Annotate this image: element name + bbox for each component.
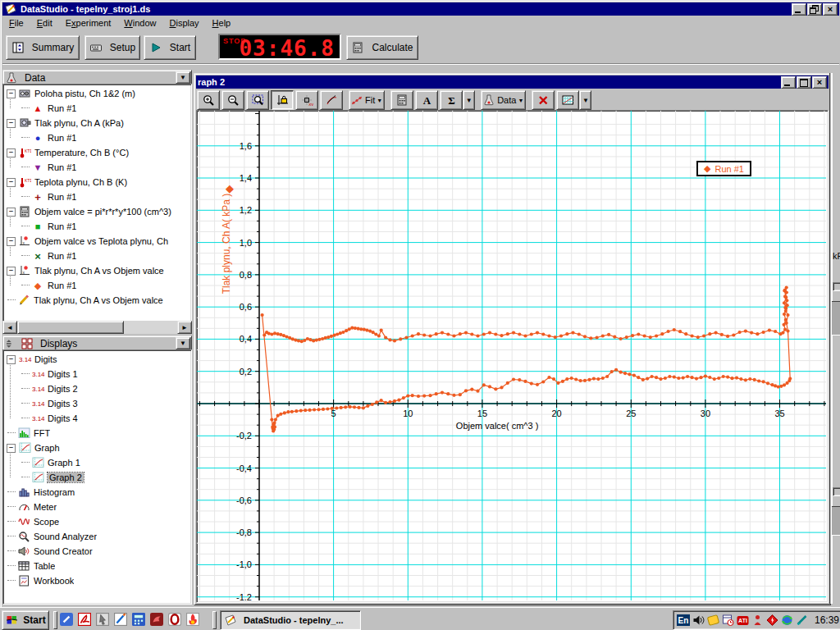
display-item-sound-creator[interactable]: Sound Creator [3,544,191,559]
zoom-in-button[interactable] [197,90,220,110]
menu-item-window[interactable]: Window [117,16,162,30]
dropdown-arrow-icon[interactable]: ▼ [463,90,475,110]
tree-expander-icon[interactable]: − [7,267,16,276]
display-subitem-graph-2[interactable]: Graph 2 [3,470,191,485]
menu-item-edit[interactable]: Edit [30,16,59,30]
graph-close-button[interactable]: × [812,76,827,89]
tray-language-indicator[interactable]: En [677,614,690,626]
graph-maximize-button[interactable] [797,76,811,89]
setup-button[interactable]: Setup [84,35,140,60]
run-item[interactable]: ▼Run #1 [3,160,191,175]
displays-panel-dropdown-icon[interactable]: ▼ [176,337,190,349]
fit-menu-button[interactable]: Fit▼ [349,90,385,110]
graph-minimize-button[interactable] [781,76,796,89]
data-source-item[interactable]: −Tlak plynu, Ch A (kPa) [3,116,191,130]
graph-settings-button[interactable] [556,90,579,110]
graph-titlebar[interactable]: raph 2 × [196,75,829,89]
task-button-datastudio[interactable]: DataStudio - tepelny_... [220,610,361,630]
quicklaunch-dragon-app-icon[interactable] [148,611,165,628]
tree-expander-icon[interactable]: − [7,237,16,246]
data-panel-dropdown-icon[interactable]: ▼ [176,71,190,84]
data-tree-hscrollbar[interactable]: ◄ ► [2,321,192,334]
chart-area[interactable]: 51015202530351,61,41,21,00,80,60,40,2-0,… [196,110,829,603]
data-source-item[interactable]: −KTDTemperature, Ch B (°C) [3,145,191,160]
display-item-fft[interactable]: FFT [3,426,191,441]
close-button[interactable]: × [823,3,838,16]
tree-expander-icon[interactable]: − [7,89,16,98]
display-item-workbook[interactable]: Workbook [3,573,191,588]
smart-tool-button[interactable]: xy [295,90,318,110]
tree-expander-icon[interactable]: − [7,148,16,158]
display-item-meter[interactable]: Meter [3,500,191,514]
summary-button[interactable]: Summary [6,35,80,60]
statistics-button[interactable]: Σ [440,90,463,110]
panel-splitter-icon[interactable] [5,338,15,349]
menu-item-experiment[interactable]: Experiment [59,16,118,30]
chart-canvas[interactable]: 51015202530351,61,41,21,00,80,60,40,2-0,… [197,111,826,600]
quicklaunch-pointer-icon[interactable] [94,611,111,628]
chart-legend[interactable]: ◆ Run #1 [696,161,751,176]
scrollbar-thumb[interactable] [17,321,124,334]
display-item-scope[interactable]: Scope [3,514,191,529]
data-source-item[interactable]: −xTlak plynu, Ch A vs Objem valce [3,263,191,278]
display-subitem-digits-3[interactable]: 3.14Digits 3 [3,396,191,411]
quicklaunch-pen-document-icon[interactable] [112,611,129,628]
tray-diamond-lightning-icon[interactable] [765,614,779,627]
zoom-out-button[interactable] [221,90,244,110]
slope-tool-button[interactable] [320,90,343,110]
calculate-button[interactable]: Calculate [346,35,418,60]
tray-teal-pen-icon[interactable] [795,614,809,627]
display-subitem-digits-4[interactable]: 3.14Digits 4 [3,411,191,426]
data-source-item[interactable]: −KTDTeplota plynu, Ch B (K) [3,175,191,189]
run-item[interactable]: ■Run #1 [3,219,191,234]
restore-button[interactable] [807,3,822,16]
run-item[interactable]: ◆Run #1 [3,278,191,293]
data-source-item[interactable]: −xObjem valce vs Teplota plynu, Ch [3,234,191,249]
tray-scheduler-icon[interactable] [721,614,735,627]
data-source-item[interactable]: Tlak plynu, Ch A vs Objem valce [3,293,191,308]
menu-item-display[interactable]: Display [163,16,206,30]
tray-yellow-note-icon[interactable] [706,614,720,627]
tray-volume-icon[interactable] [692,614,705,627]
scroll-right-icon[interactable]: ► [177,321,192,334]
display-item-histogram[interactable]: Histogram [3,485,191,500]
start-menu-button[interactable]: Start [2,610,49,630]
data-menu-button[interactable]: Data▼ [481,90,526,110]
run-item[interactable]: ×Run #1 [3,249,191,263]
display-subitem-graph-1[interactable]: Graph 1 [3,455,191,470]
data-source-item[interactable]: −Objem valce = pi*r*r*y*100 (cm^3) [3,204,191,219]
quicklaunch-opera-icon[interactable] [167,611,183,628]
display-subitem-digits-1[interactable]: 3.14Digits 1 [3,367,191,381]
text-annotation-button[interactable]: A [415,90,438,110]
quicklaunch-notes-icon[interactable] [58,611,75,628]
tray-ati-icon[interactable]: ATI [736,614,750,627]
data-source-item[interactable]: −Poloha pistu, Ch 1&2 (m) [3,86,191,101]
display-item-table[interactable]: Table [3,559,191,573]
run-item[interactable]: +Run #1 [3,189,191,204]
minimize-button[interactable] [792,3,806,16]
display-item-graph[interactable]: −Graph [3,441,191,455]
tree-expander-icon[interactable]: − [7,444,16,453]
display-item-digits[interactable]: −3.14Digits [3,352,191,367]
zoom-select-button[interactable] [246,90,269,110]
tree-expander-icon[interactable]: − [7,119,16,128]
dropdown-arrow-icon[interactable]: ▼ [579,90,591,110]
menu-item-help[interactable]: Help [206,16,238,30]
calculator-button[interactable] [390,90,413,110]
taskbar-grip2[interactable] [212,611,217,629]
run-item[interactable]: ●Run #1 [3,130,191,145]
quicklaunch-acrobat-icon[interactable] [76,611,93,628]
menu-item-file[interactable]: File [2,16,30,30]
display-subitem-digits-2[interactable]: 3.14Digits 2 [3,381,191,396]
tree-expander-icon[interactable]: − [7,208,16,217]
tray-red-figure-icon[interactable] [751,614,765,627]
scroll-left-icon[interactable]: ◄ [2,321,17,334]
tray-globe-arrows-icon[interactable] [780,614,794,627]
tree-expander-icon[interactable]: − [7,355,16,364]
remove-button[interactable] [532,90,555,110]
run-item[interactable]: ▲Run #1 [3,101,191,116]
quicklaunch-flame-icon[interactable] [185,611,201,628]
quicklaunch-calculator-app-icon[interactable] [130,611,147,628]
tray-clock[interactable]: 16:39 [815,614,840,626]
tree-expander-icon[interactable]: − [7,178,16,187]
